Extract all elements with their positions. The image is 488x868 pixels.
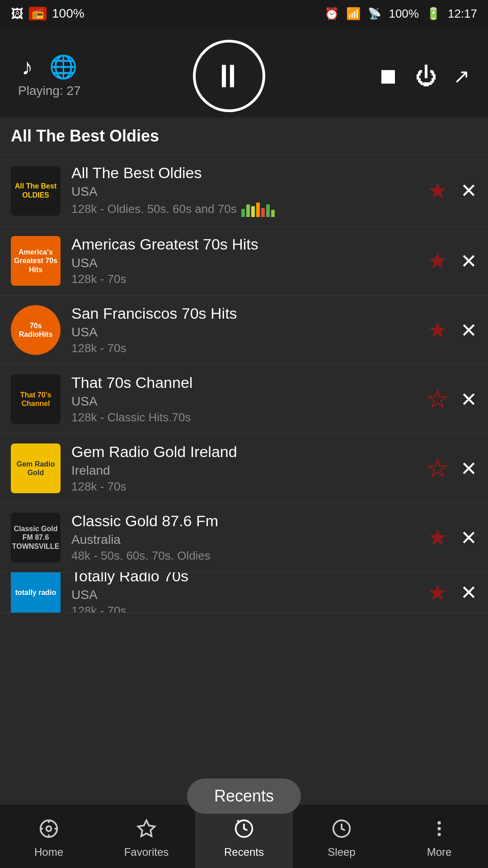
player-left: ♪ 🌐 Playing: 27 [18,54,81,98]
station-info: That 70s ChannelUSA128k - Classic Hits.7… [71,374,427,425]
station-item[interactable]: totally radioTotally Radio 70sUSA128k - … [0,572,488,613]
station-info: All The Best OldiesUSA128k - Oldies. 50s… [71,164,427,217]
station-logo: All The Best OLDIES [11,166,61,216]
wifi-icon: 📶 [346,7,361,21]
station-item[interactable]: America's Greatest 70s HitsAmericas Grea… [0,226,488,296]
equalizer-bars [241,201,275,217]
station-item[interactable]: All The Best OLDIESAll The Best OldiesUS… [0,155,488,226]
station-country: USA [71,325,427,340]
station-actions: ★✕ [427,178,477,204]
battery-percent: 100% [389,7,419,21]
bottom-nav: Home Favorites Recents Sleep [0,805,488,868]
station-info: Americas Greatest 70s HitsUSA128k - 70s [71,236,427,286]
photo-icon: 🖼 [11,6,23,21]
music-note-icon[interactable]: ♪ [22,54,33,80]
station-item[interactable]: 70s RadioHitsSan Franciscos 70s HitsUSA1… [0,296,488,365]
station-info: Totally Radio 70sUSA128k - 70s [71,572,427,613]
playing-label: Playing: 27 [18,84,81,98]
svg-point-1 [47,826,52,831]
nav-home[interactable]: Home [0,805,98,868]
more-icon [429,819,449,843]
station-logo: Classic Gold FM 87.6 TOWNSVILLE [11,513,61,562]
favorite-button[interactable]: ★ [427,248,448,274]
nav-sleep[interactable]: Sleep [293,805,390,868]
station-name: That 70s Channel [71,374,427,392]
favorites-icon [136,819,156,843]
station-country: USA [71,184,427,199]
player-right: ⏹ ⏻ ↗ [377,64,470,89]
station-name: Americas Greatest 70s Hits [71,236,427,253]
nav-recents-label: Recents [224,846,264,859]
player-section: ♪ 🌐 Playing: 27 ⏸ ⏹ ⏻ ↗ [0,27,488,118]
signal-icon: 📡 [368,7,381,20]
station-actions: ★✕ [427,455,477,481]
station-item[interactable]: That 70's ChannelThat 70s ChannelUSA128k… [0,365,488,434]
svg-point-9 [437,821,441,825]
station-bitrate: 128k - Oldies. 50s. 60s and 70s [71,201,427,217]
globe-icon[interactable]: 🌐 [49,54,77,80]
station-bitrate: 48k - 50s. 60s. 70s. Oldies [71,549,427,563]
nav-home-label: Home [34,846,63,859]
remove-button[interactable]: ✕ [460,179,477,202]
remove-button[interactable]: ✕ [460,388,477,411]
nav-recents[interactable]: Recents [195,805,293,868]
nav-favorites[interactable]: Favorites [98,805,195,868]
recents-icon [234,819,254,843]
station-country: Australia [71,533,427,547]
station-info: Classic Gold 87.6 FmAustralia48k - 50s. … [71,512,427,563]
nav-favorites-label: Favorites [124,846,169,859]
remove-button[interactable]: ✕ [460,581,477,604]
station-actions: ★✕ [427,248,477,274]
main-content: ♪ 🌐 Playing: 27 ⏸ ⏹ ⏻ ↗ All The Best Old… [0,27,488,805]
station-title-bar: All The Best Oldies [0,118,488,155]
share-icon[interactable]: ↗ [453,65,470,88]
station-bitrate: 128k - Classic Hits.70s [71,410,427,425]
station-logo: America's Greatest 70s Hits [11,236,61,286]
status-bar: 🖼 📻 100% ⏰ 📶 📡 100% 🔋 12:17 [0,0,488,27]
remove-button[interactable]: ✕ [460,457,477,480]
station-country: USA [71,256,427,270]
station-bitrate: 128k - 70s [71,272,427,286]
nav-sleep-label: Sleep [328,846,355,859]
favorite-button[interactable]: ★ [427,524,448,551]
station-item[interactable]: Classic Gold FM 87.6 TOWNSVILLEClassic G… [0,503,488,572]
station-name: All The Best Oldies [71,164,427,182]
svg-marker-6 [138,821,155,836]
favorite-button[interactable]: ★ [427,455,448,481]
station-actions: ★✕ [427,317,477,343]
pause-icon: ⏸ [212,57,246,94]
station-actions: ★✕ [427,524,477,551]
station-actions: ★✕ [427,386,477,412]
station-bitrate: 128k - 70s [71,604,427,613]
status-left: 🖼 📻 100% [11,6,84,21]
station-name: San Franciscos 70s Hits [71,305,427,322]
station-logo: Gem Radio Gold [11,443,61,493]
remove-button[interactable]: ✕ [460,250,477,273]
power-icon[interactable]: ⏻ [415,64,437,89]
remove-button[interactable]: ✕ [460,319,477,342]
favorite-button[interactable]: ★ [427,386,448,412]
battery-icon: 🔋 [426,7,441,21]
station-country: USA [71,394,427,409]
station-actions: ★✕ [427,580,477,606]
pause-button[interactable]: ⏸ [193,40,265,112]
svg-point-11 [437,833,441,836]
station-item[interactable]: Gem Radio GoldGem Radio Gold IrelandIrel… [0,434,488,503]
favorite-button[interactable]: ★ [427,317,448,343]
station-logo: totally radio [11,572,61,613]
remove-button[interactable]: ✕ [460,526,477,549]
status-number: 100% [52,6,84,21]
current-station-title: All The Best Oldies [11,127,477,146]
station-bitrate: 128k - 70s [71,341,427,355]
favorite-button[interactable]: ★ [427,178,448,204]
station-country: USA [71,588,427,602]
station-info: San Franciscos 70s HitsUSA128k - 70s [71,305,427,355]
station-list: All The Best OLDIESAll The Best OldiesUS… [0,155,488,805]
station-bitrate: 128k - 70s [71,480,427,494]
station-country: Ireland [71,463,427,478]
nav-more[interactable]: More [390,805,488,868]
stop-icon[interactable]: ⏹ [377,64,399,89]
station-name: Classic Gold 87.6 Fm [71,512,427,530]
station-name: Totally Radio 70s [71,572,427,585]
favorite-button[interactable]: ★ [427,580,448,606]
